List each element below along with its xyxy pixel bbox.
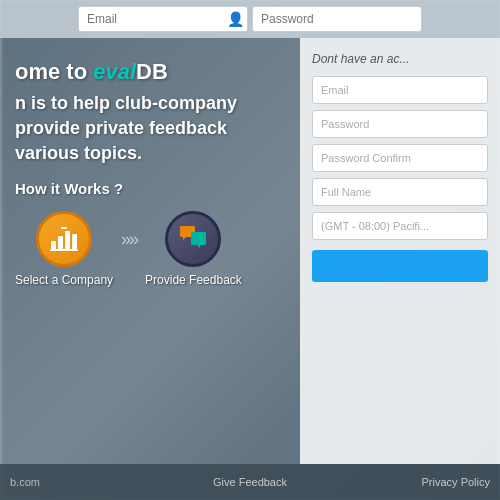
brand: evalDB xyxy=(93,58,168,87)
step-1: Select a Company xyxy=(15,211,113,287)
footer-left: b.com xyxy=(10,476,170,488)
bubble-icon xyxy=(178,226,208,252)
step-2-icon xyxy=(165,211,221,267)
password-input-wrapper[interactable] xyxy=(252,6,422,32)
reg-fullname-input[interactable] xyxy=(312,178,488,206)
welcome-prefix: ome to xyxy=(15,59,93,84)
step-1-label: Select a Company xyxy=(15,273,113,287)
privacy-policy-link[interactable]: Privacy Policy xyxy=(330,476,490,488)
step-2-label: Provide Feedback xyxy=(145,273,242,287)
password-input[interactable] xyxy=(261,12,401,26)
step-1-icon xyxy=(36,211,92,267)
svg-rect-5 xyxy=(61,227,67,229)
registration-panel: Dont have an ac... xyxy=(300,38,500,464)
step-arrow: »» xyxy=(121,229,137,250)
brand-eval: eval xyxy=(93,59,136,84)
chart-icon xyxy=(50,227,78,251)
email-input-wrapper[interactable]: 👤 xyxy=(78,6,248,32)
svg-rect-1 xyxy=(58,236,63,249)
user-icon: 👤 xyxy=(227,11,244,27)
reg-timezone-input[interactable] xyxy=(312,212,488,240)
brand-db: DB xyxy=(136,59,168,84)
step-2: Provide Feedback xyxy=(145,211,242,287)
svg-rect-4 xyxy=(50,249,78,251)
reg-title: Dont have an ac... xyxy=(312,52,488,66)
give-feedback-link[interactable]: Give Feedback xyxy=(170,476,330,488)
reg-password-input[interactable] xyxy=(312,110,488,138)
email-input[interactable] xyxy=(87,12,227,26)
svg-rect-3 xyxy=(72,234,77,249)
svg-rect-0 xyxy=(51,241,56,249)
reg-email-input[interactable] xyxy=(312,76,488,104)
reg-confirm-input[interactable] xyxy=(312,144,488,172)
footer-bar: b.com Give Feedback Privacy Policy xyxy=(0,464,500,500)
reg-submit-button[interactable] xyxy=(312,250,488,282)
top-login-bar: 👤 xyxy=(0,0,500,38)
svg-rect-2 xyxy=(65,231,70,249)
